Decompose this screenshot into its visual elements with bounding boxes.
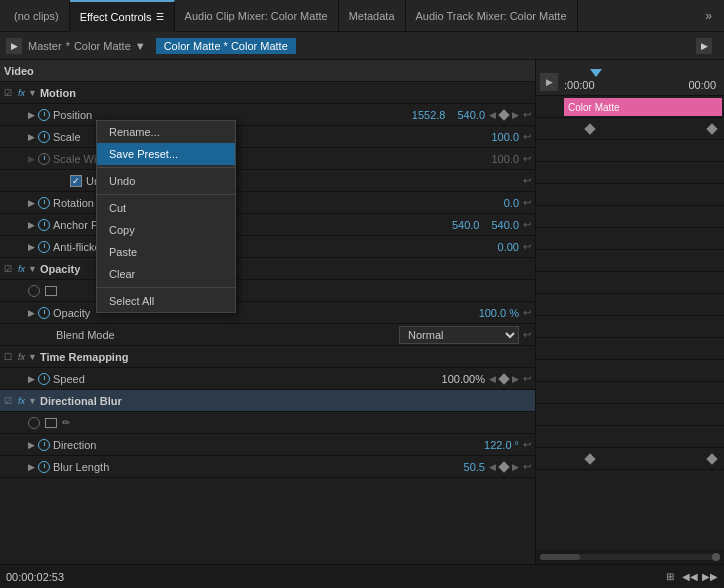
- scrollbar-thumb[interactable]: [540, 554, 580, 560]
- ctx-sep-2: [97, 194, 235, 195]
- blur-keyframe[interactable]: [498, 461, 509, 472]
- opac-val-expand[interactable]: ▶: [28, 308, 35, 318]
- scale-w-reset[interactable]: ↩: [523, 153, 531, 164]
- color-matte-block[interactable]: Color Matte: [564, 98, 722, 116]
- pos-next-keyframe[interactable]: ▶: [512, 110, 519, 120]
- anchor-reset[interactable]: ↩: [523, 219, 531, 230]
- opacity-enable[interactable]: ☑: [4, 264, 18, 274]
- speed-next[interactable]: ▶: [512, 374, 519, 384]
- uniform-scale-checkbox[interactable]: [70, 175, 82, 187]
- tab-overflow-button[interactable]: »: [697, 9, 720, 23]
- scale-clock-icon[interactable]: [38, 131, 50, 143]
- tab-no-clips[interactable]: (no clips): [4, 0, 70, 32]
- blur-length-row: ▶ Blur Length 50.5 ◀ ▶ ↩: [0, 456, 535, 478]
- rotation-value[interactable]: 0.0: [504, 197, 519, 209]
- blend-mode-dropdown[interactable]: Normal Dissolve Multiply Screen: [399, 326, 519, 344]
- direction-clock[interactable]: [38, 439, 50, 451]
- blur-len-clock[interactable]: [38, 461, 50, 473]
- position-clock-icon[interactable]: [38, 109, 50, 121]
- speed-clock[interactable]: [38, 373, 50, 385]
- filter-btn[interactable]: ⊞: [662, 569, 678, 585]
- timeline-go-btn[interactable]: ▶: [540, 73, 558, 91]
- scale-reset[interactable]: ↩: [523, 131, 531, 142]
- opac-reset[interactable]: ↩: [523, 307, 531, 318]
- direction-reset[interactable]: ↩: [523, 439, 531, 450]
- time-remap-expand[interactable]: ▼: [28, 352, 37, 362]
- anti-clock[interactable]: [38, 241, 50, 253]
- effects-scroll[interactable]: Video ☑ fx ▼ Motion ▶ Position 1552.8 54…: [0, 60, 535, 564]
- ctx-paste[interactable]: Paste: [97, 241, 235, 263]
- position-y[interactable]: 540.0: [457, 109, 485, 121]
- ctx-cut[interactable]: Cut: [97, 197, 235, 219]
- opacity-circle-icon[interactable]: [28, 285, 40, 297]
- blur-next[interactable]: ▶: [512, 462, 519, 472]
- anti-reset[interactable]: ↩: [523, 241, 531, 252]
- blend-reset[interactable]: ↩: [523, 329, 531, 340]
- opacity-square-icon[interactable]: [45, 286, 57, 296]
- speed-value[interactable]: 100.00%: [442, 373, 485, 385]
- pos-reset[interactable]: ↩: [523, 109, 531, 120]
- time-remap-enable[interactable]: ☐: [4, 352, 18, 362]
- rotation-reset[interactable]: ↩: [523, 197, 531, 208]
- breadcrumb-arrow[interactable]: ▼: [135, 40, 146, 52]
- motion-header-row[interactable]: ☑ fx ▼ Motion: [0, 82, 535, 104]
- blur-len-value[interactable]: 50.5: [464, 461, 485, 473]
- forward-btn[interactable]: ▶▶: [702, 569, 718, 585]
- play-button[interactable]: ▶: [696, 38, 712, 54]
- motion-enable-checkbox[interactable]: ☑: [4, 88, 18, 98]
- time-remap-header[interactable]: ☐ fx ▼ Time Remapping: [0, 346, 535, 368]
- direction-value[interactable]: 122.0 °: [484, 439, 519, 451]
- ctx-save-preset[interactable]: Save Preset...: [97, 143, 235, 165]
- ctx-undo[interactable]: Undo: [97, 170, 235, 192]
- anchor-x[interactable]: 540.0: [452, 219, 480, 231]
- rotation-clock[interactable]: [38, 197, 50, 209]
- motion-expand-arrow[interactable]: ▼: [28, 88, 37, 98]
- dir-blur-enable[interactable]: ☑: [4, 396, 18, 406]
- scale-w-expand[interactable]: ▶: [28, 154, 35, 164]
- sep2: *: [224, 40, 231, 52]
- blur-prev[interactable]: ◀: [489, 462, 496, 472]
- tab-audio-track-mixer[interactable]: Audio Track Mixer: Color Matte: [406, 0, 578, 32]
- tab-bar: (no clips) Effect Controls ☰ Audio Clip …: [0, 0, 724, 32]
- dir-blur-expand[interactable]: ▼: [28, 396, 37, 406]
- dir-blur-circle-icon[interactable]: [28, 417, 40, 429]
- go-button[interactable]: ▶: [6, 38, 22, 54]
- anti-expand[interactable]: ▶: [28, 242, 35, 252]
- opacity-pct[interactable]: 100.0 %: [479, 307, 519, 319]
- pos-prev-keyframe[interactable]: ◀: [489, 110, 496, 120]
- scale-expand[interactable]: ▶: [28, 132, 35, 142]
- dir-blur-header[interactable]: ☑ fx ▼ Directional Blur: [0, 390, 535, 412]
- speed-keyframe[interactable]: [498, 373, 509, 384]
- dir-blur-brush-icon[interactable]: ✏: [62, 417, 70, 428]
- tab-menu-icon[interactable]: ☰: [156, 12, 164, 22]
- anchor-clock[interactable]: [38, 219, 50, 231]
- speed-prev[interactable]: ◀: [489, 374, 496, 384]
- tab-effect-controls[interactable]: Effect Controls ☰: [70, 0, 175, 32]
- tab-metadata[interactable]: Metadata: [339, 0, 406, 32]
- opac-clock[interactable]: [38, 307, 50, 319]
- opacity-expand[interactable]: ▼: [28, 264, 37, 274]
- anchor-y[interactable]: 540.0: [491, 219, 519, 231]
- tab-audio-clip-mixer[interactable]: Audio Clip Mixer: Color Matte: [175, 0, 339, 32]
- pos-expand[interactable]: ▶: [28, 110, 35, 120]
- speed-reset[interactable]: ↩: [523, 373, 531, 384]
- ctx-copy[interactable]: Copy: [97, 219, 235, 241]
- speed-expand[interactable]: ▶: [28, 374, 35, 384]
- rot-expand[interactable]: ▶: [28, 198, 35, 208]
- uniform-scale-reset[interactable]: ↩: [523, 175, 531, 186]
- blur-reset[interactable]: ↩: [523, 461, 531, 472]
- dir-blur-square-icon[interactable]: [45, 418, 57, 428]
- scrollbar-track[interactable]: [540, 554, 720, 560]
- ctx-rename[interactable]: Rename...: [97, 121, 235, 143]
- rewind-btn[interactable]: ◀◀: [682, 569, 698, 585]
- pos-keyframe[interactable]: [498, 109, 509, 120]
- blur-len-expand[interactable]: ▶: [28, 462, 35, 472]
- dir-expand[interactable]: ▶: [28, 440, 35, 450]
- position-x[interactable]: 1552.8: [412, 109, 446, 121]
- ctx-clear[interactable]: Clear: [97, 263, 235, 285]
- opacity-header-row[interactable]: ☑ fx ▼ Opacity: [0, 258, 535, 280]
- anchor-expand[interactable]: ▶: [28, 220, 35, 230]
- anti-value[interactable]: 0.00: [498, 241, 519, 253]
- ctx-select-all[interactable]: Select All: [97, 290, 235, 312]
- scale-value[interactable]: 100.0: [491, 131, 519, 143]
